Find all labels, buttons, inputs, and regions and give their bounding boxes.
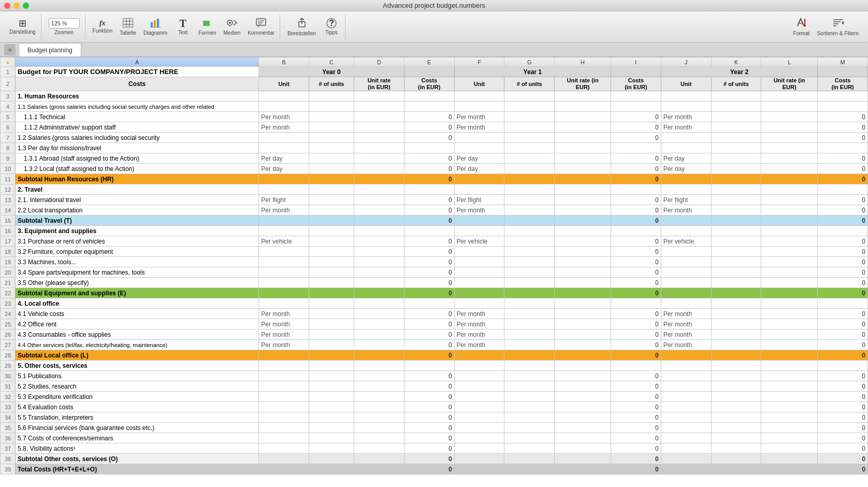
col-header-F[interactable]: F: [454, 58, 504, 67]
cell-10a[interactable]: 1.3.2 Local (staff assigned to the Actio…: [16, 164, 259, 174]
row-3: 3 1. Human Resources: [1, 91, 868, 102]
cell-37a[interactable]: 5.8. Visibility actions¹: [16, 443, 259, 454]
cell-24a[interactable]: 4.1 Vehicle costs: [16, 309, 259, 319]
cell-31a[interactable]: 5.2 Studies, research: [16, 381, 259, 392]
col-header-E[interactable]: E: [404, 58, 454, 67]
cell-21a[interactable]: 3.5 Other (please specify): [16, 278, 259, 288]
col-header-B[interactable]: B: [259, 58, 309, 67]
bereitstellen-button[interactable]: Bereitstellen: [284, 15, 319, 39]
cell-8a[interactable]: 1.3 Per day for missions/travel: [16, 143, 259, 153]
spreadsheet: ● A B C D E F G H I J K L M 1 Budget for…: [0, 57, 868, 475]
kommentar-button[interactable]: Kommentar: [244, 15, 278, 39]
diagramm-button[interactable]: Diagramm: [140, 15, 170, 39]
col-header-C[interactable]: C: [309, 58, 354, 67]
section-hr[interactable]: 1. Human Resources: [16, 91, 259, 102]
toolbar-insert-group: fx Funktion Tabelle: [88, 15, 280, 39]
cell-19a[interactable]: 3.3 Machines, tools...: [16, 257, 259, 267]
row-1: 1 Budget for PUT YOUR COMPANY/PROJECT HE…: [1, 67, 868, 77]
cell-5a[interactable]: 1.1.1 Technical: [16, 112, 259, 122]
row-39-total: 39 Total Costs (HR+T+E+L+O) 0 0 0: [1, 464, 868, 475]
year1-header: Year 1: [454, 67, 611, 77]
row-29: 29 5. Other costs, services: [1, 361, 868, 371]
tab-budget-planning[interactable]: Budget planning: [19, 43, 81, 56]
row-2: 2 Costs Unit # of units Unit rate(in EUR…: [1, 77, 868, 91]
numunits-header-y2: # of units: [711, 77, 761, 91]
add-sheet-button[interactable]: +: [4, 44, 16, 55]
tabelle-button[interactable]: Tabelle: [117, 15, 139, 39]
row-15-subtotal-t: 15 Subtotal Travel (T) 0 0 0: [1, 216, 868, 226]
tipps-button[interactable]: ? Tipps: [320, 15, 343, 39]
cell-25a[interactable]: 4.2 Office rent: [16, 319, 259, 330]
section-other[interactable]: 5. Other costs, services: [16, 361, 259, 371]
cell-6a[interactable]: 1.1.2 Administrative/ support staff: [16, 122, 259, 133]
row-14: 14 2.2 Local transportation Per month 0 …: [1, 205, 868, 216]
unit-header-y0: Unit: [259, 77, 309, 91]
section-travel[interactable]: 2. Travel: [16, 184, 259, 195]
subtotal-t-label: Subtotal Travel (T): [16, 216, 259, 226]
row-7: 7 1.2 Salaries (gross salaries including…: [1, 133, 868, 143]
cell-4a[interactable]: 1.1 Salaries (gross salaries including s…: [16, 102, 259, 112]
svg-marker-26: [842, 21, 844, 25]
col-header-D[interactable]: D: [354, 58, 404, 67]
cell-27a[interactable]: 4.4 Other services (tel/fax, electricity…: [16, 340, 259, 350]
cell-13a[interactable]: 2.1. International travel: [16, 195, 259, 205]
toolbar: ⊞ Darstellung 125 % Zoomen fx Funktion: [0, 11, 868, 42]
svg-rect-9: [203, 21, 210, 26]
minimize-button[interactable]: [13, 3, 20, 9]
col-header-I[interactable]: I: [611, 58, 661, 67]
cell-36a[interactable]: 5.7 Costs of conferences/seminars: [16, 433, 259, 443]
cell-7a[interactable]: 1.2 Salaries (gross salaries including s…: [16, 133, 259, 143]
tabelle-icon: [123, 18, 133, 29]
medien-button[interactable]: Medien: [221, 15, 244, 39]
zoom-input[interactable]: 125 %: [49, 18, 80, 28]
diagramm-icon: [150, 18, 161, 29]
cell-9a[interactable]: 1.3.1 Abroad (staff assigned to the Acti…: [16, 153, 259, 164]
format-button[interactable]: Format: [790, 15, 813, 39]
cell-35a[interactable]: 5.6 Financial services (bank guarantee c…: [16, 423, 259, 433]
row-27: 27 4.4 Other services (tel/fax, electric…: [1, 340, 868, 350]
section-equip[interactable]: 3. Equipment and supplies: [16, 226, 259, 236]
svg-rect-6: [154, 20, 156, 27]
formen-button[interactable]: Formen: [195, 15, 219, 39]
col-header-A[interactable]: A: [16, 58, 259, 67]
col-header-J[interactable]: J: [661, 58, 711, 67]
row-17: 17 3.1 Purchase or rent of vehicles Per …: [1, 236, 868, 247]
close-button[interactable]: [4, 3, 10, 9]
cell-33a[interactable]: 5.4 Evaluation costs: [16, 402, 259, 412]
darstellung-icon: ⊞: [19, 19, 26, 28]
sheet-area[interactable]: ● A B C D E F G H I J K L M 1 Budget for…: [0, 57, 868, 487]
cell-30a[interactable]: 5.1 Publications: [16, 371, 259, 381]
col-header-L[interactable]: L: [761, 58, 818, 67]
row-19: 19 3.3 Machines, tools... 0 0 0: [1, 257, 868, 267]
col-header-H[interactable]: H: [555, 58, 611, 67]
funktion-button[interactable]: fx Funktion: [90, 15, 115, 39]
row-32: 32 5.3 Expenditure verification 0 0 0: [1, 392, 868, 402]
row-23: 23 4. Local office: [1, 298, 868, 309]
row-31: 31 5.2 Studies, research 0 0 0: [1, 381, 868, 392]
window-controls: [4, 3, 29, 9]
bereitstellen-icon: [297, 18, 307, 30]
cell-17a[interactable]: 3.1 Purchase or rent of vehicles: [16, 236, 259, 247]
tipps-icon: ?: [326, 18, 337, 28]
rownum-1: 1: [1, 67, 16, 77]
darstellung-button[interactable]: ⊞ Darstellung: [6, 15, 39, 39]
row-38-subtotal-o: 38 Subtotal Other costs, services (O) 0 …: [1, 454, 868, 464]
col-header-K[interactable]: K: [711, 58, 761, 67]
text-button[interactable]: T Text: [171, 15, 194, 39]
cell-26a[interactable]: 4.3 Consumables - office supplies: [16, 330, 259, 340]
budget-title-cell[interactable]: Budget for PUT YOUR COMPANY/PROJECT HERE: [16, 67, 259, 77]
section-local[interactable]: 4. Local office: [16, 298, 259, 309]
col-header-M[interactable]: M: [818, 58, 868, 67]
row-4: 4 1.1 Salaries (gross salaries including…: [1, 102, 868, 112]
svg-point-11: [229, 22, 231, 24]
sortieren-button[interactable]: Sortieren & Filtern: [814, 15, 862, 39]
zoomen-button[interactable]: 125 % Zoomen: [46, 15, 83, 39]
col-header-G[interactable]: G: [504, 58, 555, 67]
cell-18a[interactable]: 3.2 Furniture, computer equipment: [16, 247, 259, 257]
cell-14a[interactable]: 2.2 Local transportation: [16, 205, 259, 216]
cell-20a[interactable]: 3.4 Spare parts/equipment for machines, …: [16, 267, 259, 278]
cell-32a[interactable]: 5.3 Expenditure verification: [16, 392, 259, 402]
cell-34a[interactable]: 5.5 Translation, interpreters: [16, 412, 259, 423]
maximize-button[interactable]: [23, 3, 29, 9]
rownum-2: 2: [1, 77, 16, 91]
